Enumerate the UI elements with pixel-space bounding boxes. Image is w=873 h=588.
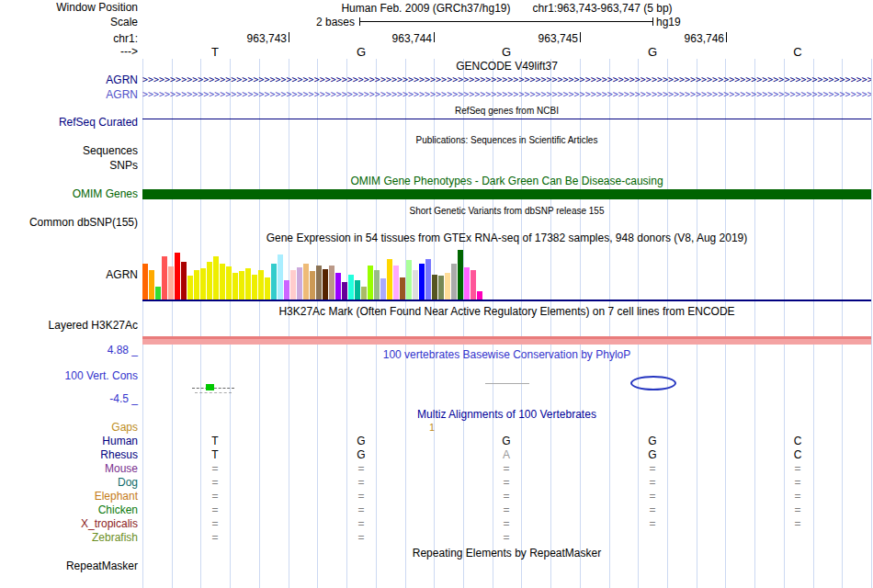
gtex-track-title: Gene Expression in 54 tissues from GTEx … [142,232,871,244]
gtex-expression-bar [149,270,154,300]
conservation-tick-marks-2 [195,392,232,393]
gtex-expression-bar [310,271,315,300]
gencode-transcript-glyph-2[interactable]: >>>>>>>>>>>>>>>>>>>>>>>>>>>>>>>>>>>>>>>>… [142,89,871,99]
gtex-expression-bar [425,259,431,300]
h3k27ac-signal-bar[interactable] [142,336,871,345]
conservation-track-label[interactable]: 100 Vert. Cons [65,370,138,382]
alignment-base: G [493,435,520,447]
refseq-curated-label[interactable]: RefSeq Curated [59,117,138,129]
chrom-label: chr1: [113,33,138,45]
species-label-mouse[interactable]: Mouse [105,463,138,475]
alignment-base: G [347,435,375,447]
species-label-zebrafish[interactable]: Zebrafish [92,532,138,544]
alignment-base: G [347,449,375,461]
ucsc-genome-browser-image[interactable]: Window Position Human Feb. 2009 (GRCh37/… [0,0,873,588]
gtex-expression-bar [393,266,399,300]
omim-genes-label[interactable]: OMIM Genes [73,188,138,200]
gencode-transcript-label-agrn-2[interactable]: AGRN [106,89,138,101]
conservation-max-value: 4.88 _ [108,345,138,356]
gtex-expression-bar [207,262,212,300]
gtex-expression-bar [342,282,347,300]
alignment-base: = [347,491,375,503]
alignment-base: = [347,518,375,530]
reference-base: C [779,46,816,59]
coordinate-label: 963,744 [355,33,432,45]
gtex-expression-bar [361,287,367,300]
window-position-label: Window Position [56,2,138,14]
gtex-gene-label[interactable]: AGRN [106,269,138,281]
gtex-expression-bar [284,280,289,300]
alignment-base: = [493,463,520,475]
gtex-expression-bar [406,260,412,300]
alignment-base: = [493,491,520,503]
publications-snps-label[interactable]: SNPs [109,160,138,172]
gtex-expression-bar [290,270,296,300]
gtex-expression-bar [220,264,225,300]
omim-gene-glyph[interactable] [142,189,871,199]
gtex-expression-bar [380,278,386,300]
dbsnp-track-title: Short Genetic Variants from dbSNP releas… [142,205,871,217]
alignment-base: = [639,463,666,475]
gencode-transcript-glyph-1[interactable]: >>>>>>>>>>>>>>>>>>>>>>>>>>>>>>>>>>>>>>>>… [142,74,871,85]
gtex-expression-bar [303,264,309,300]
gtex-expression-bar [471,270,476,300]
species-label-dog[interactable]: Dog [118,477,138,489]
alignment-base: = [639,518,666,530]
alignment-base: C [784,449,811,461]
gtex-expression-bar [245,268,251,300]
refseq-track-title: RefSeq genes from NCBI [142,105,871,117]
alignment-base: = [493,477,520,489]
species-label-elephant[interactable]: Elephant [95,491,138,503]
alignment-base: = [493,518,520,530]
alignment-base: = [784,477,811,489]
conservation-clip-ellipse [630,376,676,390]
omim-track-title: OMIM Gene Phenotypes - Dark Green Can Be… [142,175,871,187]
coordinate-tick [726,32,727,42]
gtex-expression-bar [142,264,148,300]
gtex-expression-bar [387,259,392,300]
gtex-expression-bar [194,270,199,300]
gtex-gene-model-line [142,300,871,301]
species-label-rhesus[interactable]: Rhesus [100,449,138,461]
scale-value: 2 bases [276,17,355,28]
species-label-chicken[interactable]: Chicken [98,504,138,516]
coordinate-tick [434,32,435,42]
layered-h3k27ac-label[interactable]: Layered H3K27Ac [49,320,138,332]
gtex-expression-bar [464,267,470,300]
coordinate-label: 963,745 [501,33,578,45]
alignment-base: = [784,491,811,503]
gtex-expression-bar [278,254,283,300]
scale-label: Scale [110,17,138,28]
alignment-base: = [493,532,520,544]
gtex-expression-bar [297,267,302,300]
reference-base: G [343,46,380,59]
strand-direction-label: ---> [120,46,138,58]
gencode-transcript-label-agrn-1[interactable]: AGRN [106,74,138,86]
coordinate-tick [580,32,581,42]
gtex-expression-bar [413,270,418,300]
alignment-base: C [784,435,811,447]
species-label-x_tropicalis[interactable]: X_tropicalis [81,518,138,530]
gtex-expression-bar [348,275,354,300]
gtex-expression-bar [335,273,341,300]
alignment-base: = [639,477,666,489]
alignment-base: T [201,449,229,461]
gtex-expression-bar [432,275,437,300]
species-label-human[interactable]: Human [102,435,138,447]
alignment-base: = [493,504,520,516]
h3k27ac-track-title: H3K27Ac Mark (Often Found Near Active Re… [142,306,871,318]
alignment-base: = [201,532,229,544]
repeatmasker-label[interactable]: RepeatMasker [66,560,138,572]
common-dbsnp-label[interactable]: Common dbSNP(155) [29,217,138,229]
assembly-position-title: Human Feb. 2009 (GRCh37/hg19)chr1:963,74… [142,3,871,15]
gencode-track-title: GENCODE V49lift37 [142,61,871,73]
gtex-expression-bar [162,256,167,300]
conservation-zero-line-segment [485,383,529,384]
multiz-gaps-label[interactable]: Gaps [111,422,138,434]
refseq-gene-glyph[interactable] [142,119,871,119]
reference-base: G [488,46,525,59]
position-range: chr1:963,743-963,747 (5 bp) [533,2,673,15]
gtex-expression-bar [451,264,457,300]
scale-bar [359,17,653,26]
publications-sequences-label[interactable]: Sequences [83,145,138,157]
